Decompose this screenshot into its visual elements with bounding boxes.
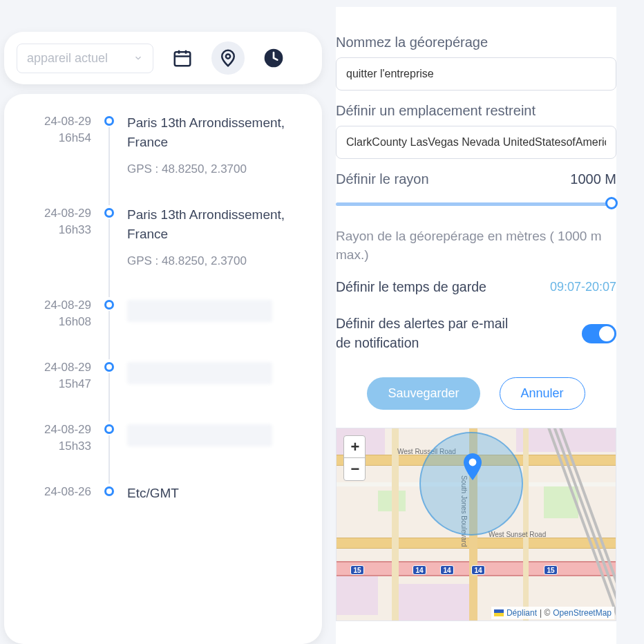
location-pin-button[interactable]	[211, 41, 245, 75]
location-input[interactable]	[336, 126, 616, 159]
history-time: 24-08-26	[25, 484, 91, 532]
history-list: 24-08-29 16h54 Paris 13th Arrondissement…	[4, 94, 322, 644]
history-row[interactable]: 24-08-29 16h08	[25, 297, 301, 359]
history-time: 24-08-29 16h08	[25, 297, 91, 359]
zoom-control: + −	[343, 435, 366, 481]
history-time: 24-08-29 16h33	[25, 205, 91, 297]
device-select-label: appareil actuel	[27, 51, 108, 66]
hwy-shield: 15	[544, 565, 558, 575]
history-toolbar: appareil actuel	[4, 32, 322, 84]
slider-thumb-icon[interactable]	[605, 197, 618, 209]
location-label: Définir un emplacement restreint	[336, 103, 616, 119]
hwy-shield: 14	[471, 565, 485, 575]
leaflet-link[interactable]: Dépliant	[506, 608, 537, 618]
calendar-icon	[172, 48, 193, 68]
cancel-button[interactable]: Annuler	[500, 377, 585, 410]
redacted-content	[127, 424, 272, 446]
hwy-shield: 14	[440, 565, 454, 575]
timeline-dot-icon	[104, 362, 114, 372]
radius-slider[interactable]	[336, 197, 616, 211]
redacted-content	[127, 362, 272, 384]
save-button[interactable]: Sauvegarder	[367, 377, 480, 410]
alerts-label: Définir des alertes par e-mail de notifi…	[336, 314, 522, 352]
timeline-dot-icon	[104, 116, 114, 126]
history-row[interactable]: 24-08-29 16h54 Paris 13th Arrondissement…	[25, 113, 301, 205]
radius-label: Définir le rayon	[336, 171, 429, 187]
geofence-form: Nommez la géorepérage Définir un emplace…	[336, 7, 616, 644]
history-location: Etc/GMT	[127, 484, 301, 503]
ukraine-flag-icon	[494, 609, 504, 616]
zoom-in-button[interactable]: +	[344, 436, 366, 458]
map-attribution: Dépliant | © OpenStreetMap	[491, 607, 614, 619]
clock-icon	[263, 47, 285, 69]
radius-hint: Rayon de la géorepérage en mètres ( 1000…	[336, 227, 616, 264]
history-time: 24-08-29 16h54	[25, 113, 91, 205]
redacted-content	[127, 300, 272, 322]
timeline-dot-icon	[104, 424, 114, 434]
geofence-name-label: Nommez la géorepérage	[336, 35, 616, 50]
svg-point-4	[226, 54, 230, 58]
guard-time-label: Définir le temps de garde	[336, 278, 486, 296]
zoom-out-button[interactable]: −	[344, 458, 366, 480]
history-gps: GPS : 48.8250, 2.3700	[127, 162, 301, 176]
history-gps: GPS : 48.8250, 2.3700	[127, 254, 301, 268]
chevron-down-icon	[133, 53, 143, 63]
svg-rect-0	[175, 52, 191, 66]
location-pin-icon	[218, 48, 238, 68]
history-row[interactable]: 24-08-29 15h47	[25, 359, 301, 422]
alerts-toggle[interactable]	[582, 324, 616, 343]
history-row[interactable]: 24-08-26 Etc/GMT	[25, 484, 301, 532]
svg-point-6	[469, 459, 477, 466]
calendar-button[interactable]	[166, 41, 199, 75]
timeline-dot-icon	[104, 300, 114, 310]
timeline-dot-icon	[104, 486, 114, 496]
history-time: 24-08-29 15h47	[25, 359, 91, 422]
osm-link[interactable]: OpenStreetMap	[553, 608, 612, 618]
geofence-circle	[419, 432, 523, 536]
history-location: Paris 13th Arrondissement, France	[127, 205, 301, 243]
hwy-shield: 14	[413, 565, 426, 575]
hwy-shield: 15	[350, 565, 364, 575]
history-location: Paris 13th Arrondissement, France	[127, 113, 301, 151]
timeline-dot-icon	[104, 208, 114, 218]
guard-time-value[interactable]: 09:07-20:07	[550, 280, 616, 294]
radius-value: 1000 M	[570, 171, 616, 187]
history-row[interactable]: 24-08-29 16h33 Paris 13th Arrondissement…	[25, 205, 301, 297]
history-time: 24-08-29 15h33	[25, 422, 91, 484]
map-pin-icon[interactable]	[464, 453, 482, 480]
geofence-name-input[interactable]	[336, 57, 616, 91]
road-label: West Sunset Road	[489, 531, 546, 538]
clock-button[interactable]	[257, 41, 290, 75]
history-row[interactable]: 24-08-29 15h33	[25, 422, 301, 484]
device-select[interactable]: appareil actuel	[17, 44, 153, 73]
map[interactable]: West Russell Road West Sunset Road South…	[336, 428, 616, 621]
